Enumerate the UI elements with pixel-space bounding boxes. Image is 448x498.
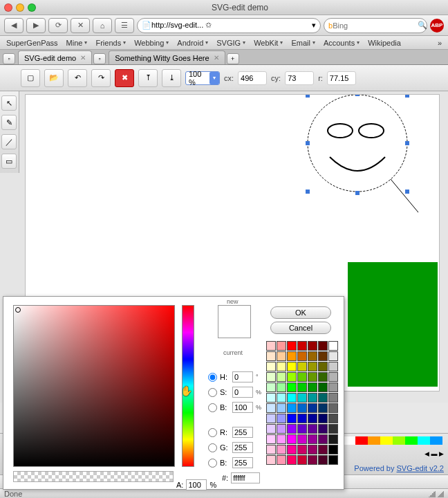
- color-swatch[interactable]: [297, 434, 307, 444]
- color-swatch[interactable]: [297, 455, 307, 465]
- color-swatch[interactable]: [277, 455, 286, 465]
- pencil-tool[interactable]: ✎: [1, 115, 17, 130]
- color-swatch[interactable]: [266, 393, 276, 403]
- bookmark-webkit[interactable]: WebKit: [250, 37, 286, 48]
- bookmark-android[interactable]: Android: [174, 37, 212, 48]
- adblock-icon[interactable]: ABP: [430, 19, 444, 33]
- b2-input[interactable]: [232, 457, 253, 468]
- cancel-button[interactable]: Cancel: [270, 322, 331, 334]
- url-input[interactable]: [151, 21, 312, 30]
- sv-cursor[interactable]: [15, 307, 21, 313]
- color-swatch[interactable]: [297, 424, 307, 434]
- open-button[interactable]: 📂: [44, 69, 64, 87]
- color-swatch[interactable]: [328, 362, 338, 371]
- color-swatch[interactable]: [287, 414, 297, 423]
- green-rectangle[interactable]: [348, 262, 438, 387]
- smiley-drawing[interactable]: [288, 95, 427, 233]
- new-tab-doc[interactable]: ▫: [3, 53, 15, 64]
- color-swatch[interactable]: [308, 382, 317, 392]
- ok-button[interactable]: OK: [270, 306, 331, 319]
- color-swatch[interactable]: [328, 372, 338, 382]
- bookmark-overflow[interactable]: »: [434, 37, 445, 48]
- cy-input[interactable]: [285, 71, 314, 85]
- color-swatch[interactable]: [287, 393, 297, 403]
- color-swatch[interactable]: [308, 455, 317, 465]
- color-swatch[interactable]: [277, 434, 286, 444]
- color-swatch[interactable]: [287, 362, 297, 371]
- color-swatch[interactable]: [297, 445, 307, 454]
- close-window[interactable]: [4, 3, 12, 12]
- tab-witty[interactable]: Something Witty Goes Here ✕: [109, 50, 225, 64]
- color-swatch[interactable]: [277, 445, 286, 454]
- search-input[interactable]: [333, 21, 418, 30]
- color-swatch[interactable]: [287, 434, 297, 444]
- forward-button[interactable]: ▶: [26, 18, 46, 33]
- r-input[interactable]: [327, 71, 356, 85]
- color-swatch[interactable]: [287, 382, 297, 392]
- color-swatch[interactable]: [277, 362, 286, 371]
- zoom-select[interactable]: 100 % ▾: [185, 71, 220, 85]
- line-tool[interactable]: ／: [1, 134, 17, 149]
- color-swatch[interactable]: [328, 351, 338, 361]
- color-swatch[interactable]: [308, 403, 317, 413]
- redo-button[interactable]: ↷: [91, 69, 111, 87]
- resize-grip-icon[interactable]: [429, 490, 436, 497]
- color-swatch[interactable]: [308, 362, 317, 371]
- s-input[interactable]: [232, 387, 253, 398]
- color-swatch[interactable]: [266, 403, 276, 413]
- color-swatch[interactable]: [308, 434, 317, 444]
- color-swatch[interactable]: [318, 372, 328, 382]
- color-swatch[interactable]: [308, 372, 317, 382]
- minimize-window[interactable]: [16, 3, 24, 12]
- palette-color[interactable]: [405, 436, 418, 445]
- color-swatch[interactable]: [318, 414, 328, 423]
- bookmark-wikipedia[interactable]: Wikipedia: [364, 37, 404, 48]
- color-swatch[interactable]: [266, 424, 276, 434]
- color-swatch[interactable]: [277, 351, 286, 361]
- palette-color[interactable]: [355, 436, 368, 445]
- palette-color[interactable]: [380, 436, 393, 445]
- a-input[interactable]: [186, 479, 207, 490]
- color-swatch[interactable]: [318, 393, 328, 403]
- color-swatch[interactable]: [277, 393, 286, 403]
- color-swatch[interactable]: [297, 393, 307, 403]
- color-swatch[interactable]: [318, 445, 328, 454]
- home-button[interactable]: ⌂: [93, 18, 112, 33]
- color-swatch[interactable]: [328, 445, 338, 454]
- move-bottom-button[interactable]: ⤓: [162, 69, 181, 87]
- color-swatch[interactable]: [277, 414, 286, 423]
- b-radio[interactable]: [208, 403, 217, 412]
- r-radio[interactable]: [208, 428, 217, 437]
- search-bar[interactable]: b 🔍: [324, 18, 427, 33]
- color-swatch[interactable]: [266, 455, 276, 465]
- color-swatch[interactable]: [318, 341, 328, 351]
- color-swatch[interactable]: [287, 372, 297, 382]
- color-swatch[interactable]: [287, 403, 297, 413]
- color-swatch[interactable]: [297, 372, 307, 382]
- color-swatch[interactable]: [277, 372, 286, 382]
- zoom-window[interactable]: [28, 3, 36, 12]
- color-swatch[interactable]: [318, 351, 328, 361]
- new-file-button[interactable]: ▢: [21, 69, 40, 87]
- move-top-button[interactable]: ⤒: [138, 69, 158, 87]
- color-swatch[interactable]: [297, 362, 307, 371]
- s-radio[interactable]: [208, 388, 217, 397]
- color-swatch[interactable]: [266, 434, 276, 444]
- color-swatch[interactable]: [318, 424, 328, 434]
- b-input[interactable]: [232, 402, 253, 413]
- color-swatch[interactable]: [328, 414, 338, 423]
- cx-input[interactable]: [238, 71, 267, 85]
- color-swatch[interactable]: [308, 351, 317, 361]
- color-swatch[interactable]: [328, 434, 338, 444]
- color-swatch[interactable]: [308, 414, 317, 423]
- color-swatch[interactable]: [266, 414, 276, 423]
- color-swatch[interactable]: [297, 341, 307, 351]
- stop-button[interactable]: ✕: [71, 18, 90, 33]
- color-swatch[interactable]: [277, 341, 286, 351]
- svgedit-link[interactable]: SVG-edit v2.2: [397, 464, 444, 472]
- color-swatch[interactable]: [287, 424, 297, 434]
- alpha-slider[interactable]: [13, 471, 174, 482]
- h-input[interactable]: [232, 371, 253, 382]
- new-tab-button[interactable]: +: [227, 53, 239, 64]
- saturation-value-field[interactable]: [13, 305, 175, 467]
